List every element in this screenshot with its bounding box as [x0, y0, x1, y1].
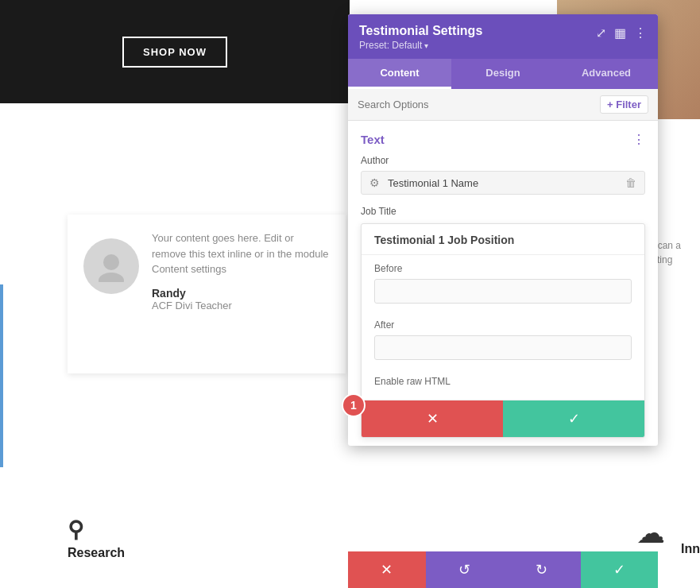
- tab-content[interactable]: Content: [348, 59, 451, 89]
- tab-design[interactable]: Design: [451, 59, 555, 89]
- avatar: [83, 238, 139, 294]
- bottom-search-area: ⚲ Research: [68, 516, 125, 560]
- before-field: Before: [362, 255, 644, 311]
- cloud-icon: ☁: [636, 516, 665, 549]
- author-field-group: Author ⚙ Testimonial 1 Name 🗑: [348, 152, 658, 203]
- panel-header: Testimonial Settings Preset: Default ▾ ⤢…: [348, 14, 658, 59]
- bottom-redo-button[interactable]: ↻: [503, 551, 581, 588]
- panel-title-block: Testimonial Settings Preset: Default ▾: [359, 24, 482, 51]
- step-badge-1: 1: [342, 393, 365, 417]
- search-icon: ⚲: [68, 516, 84, 543]
- text-section-title: Text: [361, 133, 385, 146]
- more-options-icon[interactable]: ⋮: [634, 25, 647, 41]
- after-label: After: [374, 319, 632, 331]
- svg-point-0: [103, 254, 119, 270]
- panel-header-icons: ⤢ ▦ ⋮: [596, 25, 647, 41]
- text-section-header: Text ⋮: [348, 121, 658, 152]
- dropdown-cancel-button[interactable]: ✕: [362, 400, 503, 437]
- svg-point-1: [99, 273, 124, 282]
- panel-body: Text ⋮ Author ⚙ Testimonial 1 Name 🗑 Job…: [348, 121, 658, 446]
- author-field-value: Testimonial 1 Name: [388, 177, 625, 189]
- testimonial-card: Your content goes here. Edit or remove t…: [68, 215, 346, 373]
- author-field-row[interactable]: ⚙ Testimonial 1 Name 🗑: [361, 171, 645, 195]
- enable-raw-html-label: Enable raw HTML: [374, 376, 632, 387]
- delete-icon[interactable]: 🗑: [625, 176, 636, 189]
- cloud-area: ☁: [636, 516, 676, 556]
- layout-icon[interactable]: ▦: [614, 25, 626, 41]
- testimonial-body: Your content goes here. Edit or remove t…: [152, 230, 330, 277]
- testimonial-author-name: Randy: [152, 287, 330, 300]
- panel-title: Testimonial Settings: [359, 24, 482, 38]
- blue-left-border: [0, 284, 3, 467]
- inn-label: Inn: [681, 542, 700, 556]
- research-label: Research: [68, 546, 125, 560]
- before-label: Before: [374, 263, 632, 274]
- search-bar: + Filter: [348, 89, 658, 121]
- dropdown-actions: ✕ ✓: [362, 400, 644, 437]
- testimonial-text-block: Your content goes here. Edit or remove t…: [152, 230, 330, 311]
- top-black-area: SHOP NOW: [0, 0, 350, 103]
- panel-preset[interactable]: Preset: Default ▾: [359, 40, 482, 51]
- dropdown-save-button[interactable]: ✓: [503, 400, 644, 437]
- job-position-dropdown: Testimonial 1 Job Position Before After …: [361, 223, 645, 438]
- filter-button[interactable]: + Filter: [600, 95, 648, 114]
- search-input[interactable]: [358, 99, 600, 110]
- before-input[interactable]: [374, 279, 632, 304]
- enable-raw-html-field: Enable raw HTML: [362, 368, 644, 400]
- dropdown-header: Testimonial 1 Job Position: [362, 224, 644, 255]
- gear-icon: ⚙: [369, 176, 380, 189]
- settings-panel: Testimonial Settings Preset: Default ▾ ⤢…: [348, 14, 658, 446]
- after-input[interactable]: [374, 335, 632, 360]
- bottom-save-button[interactable]: ✓: [581, 551, 659, 588]
- job-title-label: Job Title: [361, 206, 645, 217]
- text-section-more[interactable]: ⋮: [632, 132, 645, 147]
- job-title-section: Job Title: [348, 203, 658, 217]
- resize-icon[interactable]: ⤢: [596, 25, 606, 41]
- shop-now-button[interactable]: SHOP NOW: [122, 37, 227, 68]
- bottom-action-bar: ✕ ↺ ↻ ✓: [348, 551, 658, 588]
- author-label: Author: [361, 155, 645, 166]
- after-field: After: [362, 311, 644, 368]
- preset-dropdown-arrow: ▾: [424, 41, 428, 50]
- panel-tabs: Content Design Advanced: [348, 59, 658, 89]
- dropdown-title: Testimonial 1 Job Position: [374, 234, 632, 246]
- testimonial-author-role: ACF Divi Teacher: [152, 300, 330, 311]
- bottom-cancel-button[interactable]: ✕: [348, 551, 426, 588]
- bottom-reset-button[interactable]: ↺: [426, 551, 504, 588]
- tab-advanced[interactable]: Advanced: [555, 59, 658, 89]
